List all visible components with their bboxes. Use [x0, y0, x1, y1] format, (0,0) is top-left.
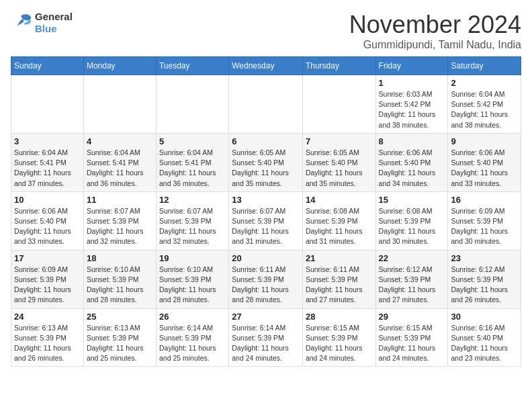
- calendar-cell: 26Sunrise: 6:14 AMSunset: 5:39 PMDayligh…: [156, 308, 228, 367]
- day-info: Sunrise: 6:13 AMSunset: 5:39 PMDaylight:…: [87, 323, 153, 364]
- day-number: 18: [87, 253, 153, 263]
- day-number: 29: [379, 312, 445, 322]
- day-info: Sunrise: 6:06 AMSunset: 5:40 PMDaylight:…: [14, 206, 81, 247]
- day-info: Sunrise: 6:16 AMSunset: 5:40 PMDaylight:…: [451, 323, 518, 364]
- logo: General Blue: [11, 11, 73, 34]
- calendar-cell: 2Sunrise: 6:04 AMSunset: 5:42 PMDaylight…: [448, 75, 521, 134]
- calendar-table: SundayMondayTuesdayWednesdayThursdayFrid…: [11, 56, 521, 367]
- calendar-cell: 17Sunrise: 6:09 AMSunset: 5:39 PMDayligh…: [11, 250, 84, 308]
- day-number: 3: [14, 136, 81, 146]
- day-info: Sunrise: 6:06 AMSunset: 5:40 PMDaylight:…: [379, 148, 445, 189]
- calendar-week-row: 1Sunrise: 6:03 AMSunset: 5:42 PMDaylight…: [11, 75, 521, 134]
- calendar-cell: 8Sunrise: 6:06 AMSunset: 5:40 PMDaylight…: [375, 133, 448, 191]
- header-wednesday: Wednesday: [229, 57, 303, 75]
- day-info: Sunrise: 6:04 AMSunset: 5:41 PMDaylight:…: [159, 148, 226, 189]
- calendar-cell: 24Sunrise: 6:13 AMSunset: 5:39 PMDayligh…: [11, 308, 84, 367]
- day-info: Sunrise: 6:06 AMSunset: 5:40 PMDaylight:…: [451, 148, 518, 189]
- day-number: 19: [159, 253, 226, 263]
- day-info: Sunrise: 6:14 AMSunset: 5:39 PMDaylight:…: [159, 323, 226, 364]
- calendar-cell: 9Sunrise: 6:06 AMSunset: 5:40 PMDaylight…: [448, 133, 521, 191]
- day-number: 16: [451, 195, 518, 205]
- day-info: Sunrise: 6:05 AMSunset: 5:40 PMDaylight:…: [232, 148, 300, 189]
- day-number: 2: [451, 78, 518, 88]
- day-info: Sunrise: 6:12 AMSunset: 5:39 PMDaylight:…: [379, 265, 445, 306]
- day-info: Sunrise: 6:10 AMSunset: 5:39 PMDaylight:…: [159, 265, 226, 306]
- calendar-cell: 5Sunrise: 6:04 AMSunset: 5:41 PMDaylight…: [156, 133, 228, 191]
- day-number: 20: [232, 253, 300, 263]
- calendar-week-row: 10Sunrise: 6:06 AMSunset: 5:40 PMDayligh…: [11, 191, 521, 250]
- day-info: Sunrise: 6:09 AMSunset: 5:39 PMDaylight:…: [451, 206, 518, 247]
- day-info: Sunrise: 6:08 AMSunset: 5:39 PMDaylight:…: [379, 206, 445, 247]
- calendar-cell: 20Sunrise: 6:11 AMSunset: 5:39 PMDayligh…: [229, 250, 303, 308]
- calendar-cell: 23Sunrise: 6:12 AMSunset: 5:39 PMDayligh…: [448, 250, 521, 308]
- calendar-cell: 21Sunrise: 6:11 AMSunset: 5:39 PMDayligh…: [302, 250, 375, 308]
- day-info: Sunrise: 6:13 AMSunset: 5:39 PMDaylight:…: [14, 323, 81, 364]
- calendar-cell: 30Sunrise: 6:16 AMSunset: 5:40 PMDayligh…: [448, 308, 521, 367]
- day-number: 22: [379, 253, 445, 263]
- calendar-cell: 4Sunrise: 6:04 AMSunset: 5:41 PMDaylight…: [83, 133, 156, 191]
- day-number: 14: [306, 195, 373, 205]
- day-number: 24: [14, 312, 81, 322]
- day-info: Sunrise: 6:07 AMSunset: 5:39 PMDaylight:…: [232, 206, 300, 247]
- calendar-cell: 19Sunrise: 6:10 AMSunset: 5:39 PMDayligh…: [156, 250, 228, 308]
- day-info: Sunrise: 6:14 AMSunset: 5:39 PMDaylight:…: [232, 323, 300, 364]
- header-friday: Friday: [375, 57, 448, 75]
- calendar-cell: 12Sunrise: 6:07 AMSunset: 5:39 PMDayligh…: [156, 191, 228, 250]
- logo-general: General: [35, 11, 73, 22]
- day-number: 27: [232, 312, 300, 322]
- calendar-cell: 28Sunrise: 6:15 AMSunset: 5:39 PMDayligh…: [302, 308, 375, 367]
- day-number: 11: [87, 195, 153, 205]
- logo-bird-icon: [11, 13, 32, 32]
- header-tuesday: Tuesday: [156, 57, 228, 75]
- calendar-cell: 29Sunrise: 6:15 AMSunset: 5:39 PMDayligh…: [375, 308, 448, 367]
- day-number: 9: [451, 136, 518, 146]
- header-thursday: Thursday: [302, 57, 375, 75]
- day-info: Sunrise: 6:03 AMSunset: 5:42 PMDaylight:…: [379, 89, 445, 130]
- header: General Blue November 2024 Gummidipundi,…: [11, 11, 521, 51]
- day-number: 1: [379, 78, 445, 88]
- calendar-week-row: 3Sunrise: 6:04 AMSunset: 5:41 PMDaylight…: [11, 133, 521, 191]
- day-number: 15: [379, 195, 445, 205]
- logo-text: General Blue: [35, 11, 73, 34]
- calendar-cell: 18Sunrise: 6:10 AMSunset: 5:39 PMDayligh…: [83, 250, 156, 308]
- calendar-cell: 27Sunrise: 6:14 AMSunset: 5:39 PMDayligh…: [229, 308, 303, 367]
- day-info: Sunrise: 6:04 AMSunset: 5:42 PMDaylight:…: [451, 89, 518, 130]
- header-sunday: Sunday: [11, 57, 84, 75]
- day-number: 12: [159, 195, 226, 205]
- day-number: 26: [159, 312, 226, 322]
- day-info: Sunrise: 6:07 AMSunset: 5:39 PMDaylight:…: [159, 206, 226, 247]
- day-info: Sunrise: 6:08 AMSunset: 5:39 PMDaylight:…: [306, 206, 373, 247]
- calendar-cell: [83, 75, 156, 134]
- calendar-cell: [156, 75, 228, 134]
- calendar-cell: [302, 75, 375, 134]
- calendar-cell: 16Sunrise: 6:09 AMSunset: 5:39 PMDayligh…: [448, 191, 521, 250]
- day-number: 21: [306, 253, 373, 263]
- month-title: November 2024: [349, 11, 521, 39]
- day-info: Sunrise: 6:04 AMSunset: 5:41 PMDaylight:…: [14, 148, 81, 189]
- calendar-cell: 6Sunrise: 6:05 AMSunset: 5:40 PMDaylight…: [229, 133, 303, 191]
- logo-blue: Blue: [35, 23, 57, 34]
- day-number: 13: [232, 195, 300, 205]
- calendar-week-row: 17Sunrise: 6:09 AMSunset: 5:39 PMDayligh…: [11, 250, 521, 308]
- calendar-cell: [11, 75, 84, 134]
- calendar-cell: 15Sunrise: 6:08 AMSunset: 5:39 PMDayligh…: [375, 191, 448, 250]
- day-info: Sunrise: 6:11 AMSunset: 5:39 PMDaylight:…: [306, 265, 373, 306]
- calendar-cell: 10Sunrise: 6:06 AMSunset: 5:40 PMDayligh…: [11, 191, 84, 250]
- location-title: Gummidipundi, Tamil Nadu, India: [349, 39, 521, 51]
- calendar-cell: 11Sunrise: 6:07 AMSunset: 5:39 PMDayligh…: [83, 191, 156, 250]
- day-number: 7: [306, 136, 373, 146]
- calendar-cell: 25Sunrise: 6:13 AMSunset: 5:39 PMDayligh…: [83, 308, 156, 367]
- day-number: 8: [379, 136, 445, 146]
- day-number: 25: [87, 312, 153, 322]
- calendar-cell: 13Sunrise: 6:07 AMSunset: 5:39 PMDayligh…: [229, 191, 303, 250]
- day-info: Sunrise: 6:04 AMSunset: 5:41 PMDaylight:…: [87, 148, 153, 189]
- calendar-cell: 22Sunrise: 6:12 AMSunset: 5:39 PMDayligh…: [375, 250, 448, 308]
- day-number: 6: [232, 136, 300, 146]
- calendar-week-row: 24Sunrise: 6:13 AMSunset: 5:39 PMDayligh…: [11, 308, 521, 367]
- day-number: 30: [451, 312, 518, 322]
- day-info: Sunrise: 6:15 AMSunset: 5:39 PMDaylight:…: [379, 323, 445, 364]
- day-info: Sunrise: 6:05 AMSunset: 5:40 PMDaylight:…: [306, 148, 373, 189]
- day-number: 23: [451, 253, 518, 263]
- day-info: Sunrise: 6:07 AMSunset: 5:39 PMDaylight:…: [87, 206, 153, 247]
- header-monday: Monday: [83, 57, 156, 75]
